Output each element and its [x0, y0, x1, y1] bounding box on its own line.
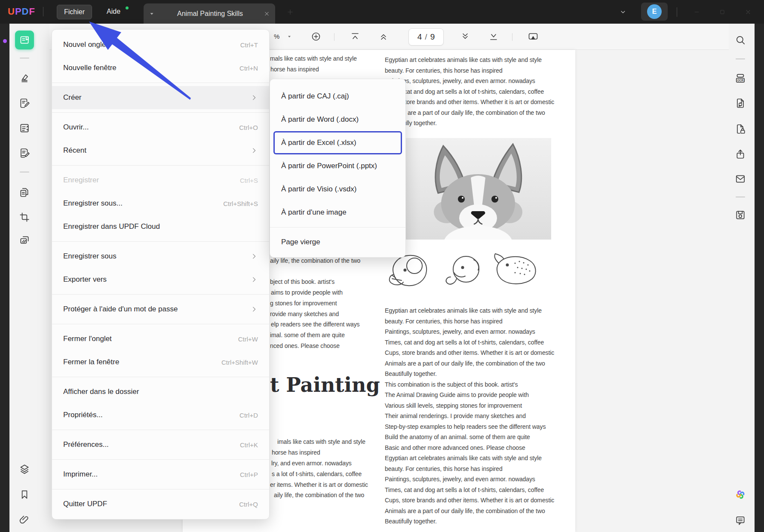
menu-item-label: À partir de Excel (.xlsx) — [281, 138, 356, 147]
document-text-fragment: imals like cats with style and style — [277, 438, 365, 445]
last-page-button[interactable] — [488, 31, 499, 42]
file-menu-item-nouvelle-fen-tre[interactable]: Nouvelle fenêtreCtrl+N — [52, 56, 269, 80]
menu-item-shortcut: Ctrl+Q — [239, 501, 258, 508]
create-submenu-item-partir-de-excel-xlsx[interactable]: À partir de Excel (.xlsx) — [273, 131, 402, 154]
create-submenu-item-partir-de-powerpoint-pptx[interactable]: À partir de PowerPoint (.pptx) — [270, 154, 405, 178]
next-page-button[interactable] — [460, 31, 470, 42]
edit-page-icon — [19, 98, 30, 109]
menu-fichier[interactable]: Fichier — [57, 5, 92, 19]
menu-item-shortcut: Ctrl+Shift+W — [221, 359, 258, 366]
window-close-button[interactable] — [740, 5, 756, 19]
ai-flower-icon — [735, 489, 746, 500]
sidebar-tool-reader-icon[interactable] — [15, 31, 34, 49]
document-text-line: This combination is the subject of this … — [385, 379, 554, 390]
file-menu-item-enregistrer[interactable]: EnregistrerCtrl+S — [52, 169, 269, 192]
sidebar-tool-protect-icon[interactable] — [731, 120, 750, 138]
sidebar-tool-paperclip-icon[interactable] — [15, 510, 34, 529]
new-tab-button[interactable] — [282, 5, 298, 19]
sidebar-tool-save-icon[interactable] — [731, 206, 750, 224]
page-separator: / — [425, 32, 427, 42]
menu-divider — [270, 227, 405, 228]
menu-item-label: Imprimer... — [63, 470, 98, 479]
document-text-fragment: aims to provide people with — [271, 289, 343, 296]
menu-divider — [52, 241, 269, 242]
menu-aide[interactable]: Aide — [100, 5, 127, 18]
sidebar-tool-search-icon[interactable] — [731, 31, 750, 49]
sidebar-tool-fill-sign-icon[interactable] — [15, 144, 34, 163]
document-tab[interactable]: Animal Painting Skills — [144, 3, 275, 24]
create-submenu-item-partir-de-visio-vsdx[interactable]: À partir de Visio (.vsdx) — [270, 178, 405, 201]
zoom-in-button[interactable] — [311, 31, 321, 42]
previous-page-button[interactable] — [378, 31, 389, 42]
document-text-line: Animals are a part of our daily life, th… — [385, 108, 554, 118]
updf-window: UPDF Fichier Aide Animal Painting Skills… — [0, 0, 764, 532]
document-text-fragment: horse has inspired — [272, 449, 320, 456]
page-current: 4 — [417, 32, 422, 42]
create-submenu-item-partir-de-word-docx[interactable]: À partir de Word (.docx) — [270, 108, 405, 131]
user-menu-chevron[interactable] — [615, 5, 631, 19]
brand-letter: U — [8, 6, 15, 17]
account-button[interactable]: E — [641, 3, 668, 21]
file-menu-item-enregistrer-sous[interactable]: Enregistrer sous...Ctrl+Shift+S — [52, 192, 269, 215]
presentation-mode-button[interactable] — [528, 31, 538, 42]
sidebar-tool-organize-pages-icon[interactable] — [15, 119, 34, 138]
sidebar-tool-crop-icon[interactable] — [15, 208, 34, 227]
sidebar-tool-edit-page-icon[interactable] — [15, 94, 34, 113]
sidebar-tool-watermark-icon[interactable] — [15, 231, 34, 249]
tab-chevron-down-icon[interactable] — [149, 11, 155, 17]
file-menu-item-enregistrer-sous[interactable]: Enregistrer sous — [52, 245, 269, 268]
file-menu-item-enregistrer-dans-updf-cloud[interactable]: Enregistrer dans UPDF Cloud — [52, 215, 269, 238]
sidebar-divider — [736, 197, 745, 197]
menu-item-label: À partir de CAJ (.caj) — [281, 92, 349, 101]
menu-divider — [52, 459, 269, 460]
sidebar-tool-ocr-icon[interactable]: OCR — [731, 69, 750, 88]
window-minimize-button[interactable] — [688, 5, 705, 19]
create-submenu-item-partir-d-une-image[interactable]: À partir d'une image — [270, 201, 405, 224]
sidebar-tool-bookmark-icon[interactable] — [15, 485, 34, 504]
file-menu-item-r-cent[interactable]: Récent — [52, 139, 269, 162]
file-menu-item-nouvel-onglet[interactable]: Nouvel ongletCtrl+T — [52, 33, 269, 56]
zoom-caret-down-icon[interactable] — [287, 34, 292, 39]
file-menu-item-propri-t-s[interactable]: Propriétés...Ctrl+D — [52, 403, 269, 427]
create-submenu-item-partir-de-caj-caj[interactable]: À partir de CAJ (.caj) — [270, 85, 405, 108]
ocr-icon: OCR — [735, 73, 746, 84]
toolbar-divider-2 — [512, 33, 512, 41]
sidebar-tool-share-icon[interactable] — [731, 145, 750, 163]
menu-item-label: Récent — [63, 146, 86, 155]
sidebar-tool-pages-icon[interactable] — [15, 183, 34, 202]
document-text-line: Times, cat and dog art sells a lot of t-… — [385, 485, 554, 495]
file-menu-item-ouvrir[interactable]: Ouvrir...Ctrl+O — [52, 116, 269, 139]
page-total: 9 — [430, 32, 435, 42]
file-menu-item-fermer-l-onglet[interactable]: Fermer l'ongletCtrl+W — [52, 327, 269, 351]
file-menu-item-fermer-la-fen-tre[interactable]: Fermer la fenêtreCtrl+Shift+W — [52, 351, 269, 374]
document-text-line: Paintings, sculptures, jewelry, and even… — [385, 474, 554, 485]
sidebar-tool-convert-icon[interactable] — [731, 94, 750, 113]
sidebar-tool-mail-icon[interactable] — [731, 169, 750, 188]
convert-icon — [735, 98, 746, 109]
first-page-button[interactable] — [350, 31, 360, 42]
document-text-fragment: g stones for improvement — [270, 300, 337, 307]
create-submenu-item-page-vierge[interactable]: Page vierge — [270, 231, 405, 254]
file-menu-item-pr-f-rences[interactable]: Préférences...Ctrl+K — [52, 433, 269, 456]
tab-close-icon[interactable] — [264, 10, 270, 17]
file-menu-item-afficher-dans-le-dossier[interactable]: Afficher dans le dossier — [52, 380, 269, 403]
menu-item-shortcut: Ctrl+N — [239, 65, 258, 72]
document-text-line: Various skill levels, stepping stones fo… — [385, 400, 554, 411]
menu-item-label: Enregistrer dans UPDF Cloud — [63, 222, 160, 231]
file-menu-item-exporter-vers[interactable]: Exporter vers — [52, 268, 269, 291]
file-menu-item-quitter-updf[interactable]: Quitter UPDFCtrl+Q — [52, 492, 269, 516]
file-menu-item-imprimer[interactable]: Imprimer...Ctrl+P — [52, 463, 269, 486]
menu-item-label: Propriétés... — [63, 411, 103, 419]
sidebar-tool-feedback-icon[interactable] — [731, 511, 750, 530]
file-menu-item-prot-ger-l-aide-d-un-mot-de-passe[interactable]: Protéger à l'aide d'un mot de passe — [52, 298, 269, 321]
corgi-photo — [405, 138, 551, 240]
sidebar-tool-highlighter-icon[interactable] — [15, 69, 34, 88]
window-maximize-button[interactable] — [714, 5, 730, 19]
file-menu-item-cr-er[interactable]: Créer — [52, 86, 269, 109]
zoom-percent[interactable]: % — [274, 33, 279, 40]
titlebar: UPDF Fichier Aide Animal Painting Skills… — [0, 0, 764, 24]
sidebar-tool-layers-icon[interactable] — [15, 459, 34, 478]
sidebar-tool-ai-flower-icon[interactable] — [731, 485, 750, 504]
chevron-right-icon — [250, 147, 258, 154]
page-number-box[interactable]: 4 / 9 — [408, 28, 444, 46]
